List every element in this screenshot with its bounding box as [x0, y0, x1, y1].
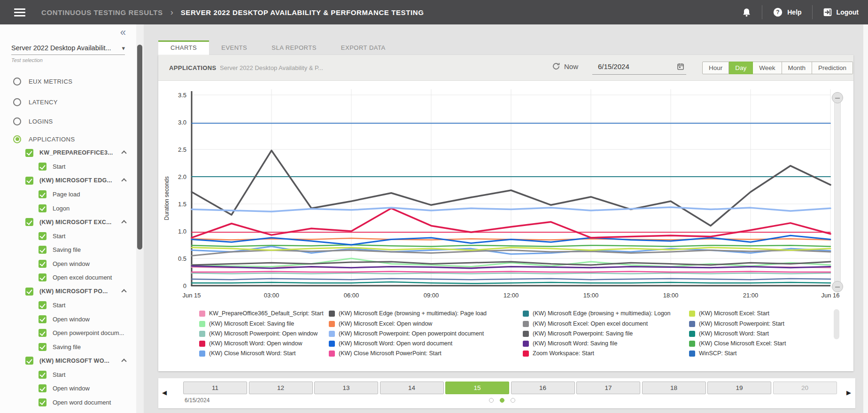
- legend-item-zoom-workspace-start[interactable]: Zoom Workspace: Start: [523, 350, 594, 357]
- pagination-next-icon[interactable]: ▶: [846, 389, 851, 396]
- tree-item-page-load[interactable]: Page load: [0, 189, 136, 200]
- content-scrollbar-track[interactable]: [136, 24, 144, 413]
- tree-item-logon[interactable]: Logon: [0, 203, 136, 213]
- chevron-up-icon[interactable]: [121, 220, 126, 225]
- checkbox-checked-icon[interactable]: [39, 246, 46, 254]
- page-button-12[interactable]: 12: [249, 382, 313, 394]
- chart-zoom-slider-handle-bottom[interactable]: [832, 281, 843, 292]
- tree-item-open-window[interactable]: Open window: [0, 258, 136, 269]
- tree-item-kw-microsoft-wo[interactable]: (KW) MICROSOFT WO...: [0, 356, 136, 366]
- range-button-day[interactable]: Day: [729, 62, 753, 74]
- legend-item-kw-microsoft-word-saving-file[interactable]: (KW) Microsoft Word: Saving file: [523, 340, 617, 347]
- legend-scrollbar-thumb[interactable]: [834, 309, 839, 339]
- tree-item-kw-microsoft-exc[interactable]: (KW) MICROSOFT EXC...: [0, 217, 136, 227]
- sidebar-radio-applications[interactable]: APPLICATIONS: [13, 133, 75, 145]
- refresh-now-button[interactable]: Now: [552, 62, 578, 70]
- checkbox-checked-icon[interactable]: [39, 398, 46, 406]
- legend-item-kw-close-microsoft-excel-start[interactable]: (KW) Close Microsoft Excel: Start: [689, 340, 786, 347]
- legend-item-kw-prepareoffice365-default-script-start[interactable]: KW_PrepareOffice365_Default_Script: Star…: [199, 310, 324, 317]
- tab-events[interactable]: EVENTS: [209, 40, 259, 55]
- checkbox-checked-icon[interactable]: [39, 329, 46, 337]
- tree-item-start[interactable]: Start: [0, 300, 136, 311]
- checkbox-checked-icon[interactable]: [39, 163, 46, 171]
- page-button-19[interactable]: 19: [707, 382, 771, 394]
- sidebar-radio-latency[interactable]: LATENCY: [13, 96, 58, 108]
- legend-item-kw-microsoft-word-open-window[interactable]: (KW) Microsoft Word: Open window: [199, 340, 302, 347]
- legend-item-kw-microsoft-powerpoint-open-powerpoint-document[interactable]: (KW) Microsoft Powerpoint: Open powerpoi…: [329, 330, 484, 337]
- tree-item-saving-file[interactable]: Saving file: [0, 245, 136, 255]
- page-button-11[interactable]: 11: [183, 382, 247, 394]
- checkbox-checked-icon[interactable]: [39, 343, 46, 351]
- checkbox-checked-icon[interactable]: [39, 204, 46, 212]
- date-picker-field[interactable]: 6/15/2024: [592, 59, 686, 75]
- test-selection-dropdown[interactable]: Server 2022 Desktop Availabilit... ▾: [11, 44, 125, 52]
- range-button-week[interactable]: Week: [753, 62, 782, 74]
- checkbox-checked-icon[interactable]: [25, 357, 33, 365]
- sidebar-radio-logins[interactable]: LOGINS: [13, 116, 53, 127]
- checkbox-checked-icon[interactable]: [39, 301, 46, 309]
- legend-item-kw-microsoft-excel-open-window[interactable]: (KW) Microsoft Excel: Open window: [329, 320, 432, 327]
- legend-item-kw-microsoft-word-start[interactable]: (KW) Microsoft Word: Start: [689, 330, 769, 337]
- checkbox-checked-icon[interactable]: [39, 371, 46, 379]
- tab-charts[interactable]: CHARTS: [158, 40, 209, 55]
- tree-item-open-window[interactable]: Open window: [0, 383, 136, 394]
- tree-item-open-window[interactable]: Open window: [0, 314, 136, 324]
- tab-sla-reports[interactable]: SLA REPORTS: [259, 40, 329, 55]
- tree-item-kw-microsoft-po[interactable]: (KW) MICROSOFT PO...: [0, 286, 136, 296]
- legend-item-kw-microsoft-edge-browsing-multimedia-logon[interactable]: (KW) Microsoft Edge (browsing + multimed…: [523, 310, 671, 317]
- checkbox-checked-icon[interactable]: [39, 315, 46, 323]
- page-button-13[interactable]: 13: [314, 382, 378, 394]
- tree-item-start[interactable]: Start: [0, 162, 136, 172]
- range-button-hour[interactable]: Hour: [702, 62, 729, 74]
- legend-item-kw-microsoft-powerpoint-open-window[interactable]: (KW) Microsoft Powerpoint: Open window: [199, 330, 318, 337]
- checkbox-checked-icon[interactable]: [39, 384, 46, 392]
- chevron-up-icon[interactable]: [121, 150, 126, 156]
- radio-circle-icon[interactable]: [13, 78, 21, 86]
- page-button-16[interactable]: 16: [511, 382, 575, 394]
- range-button-month[interactable]: Month: [782, 62, 813, 74]
- sidebar-collapse-icon[interactable]: «: [120, 26, 126, 39]
- page-button-18[interactable]: 18: [642, 382, 706, 394]
- notification-bell-icon[interactable]: [742, 7, 752, 18]
- chevron-up-icon[interactable]: [121, 289, 126, 294]
- legend-item-kw-microsoft-excel-start[interactable]: (KW) Microsoft Excel: Start: [689, 310, 769, 317]
- checkbox-checked-icon[interactable]: [39, 190, 46, 198]
- tab-export-data[interactable]: EXPORT DATA: [329, 40, 398, 55]
- legend-item-kw-microsoft-excel-open-excel-document[interactable]: (KW) Microsoft Excel: Open excel documen…: [523, 320, 648, 327]
- radio-circle-icon[interactable]: [13, 135, 21, 143]
- legend-item-kw-microsoft-powerpoint-saving-file[interactable]: (KW) Microsoft Powerpoint: Saving file: [523, 330, 633, 337]
- legend-item-kw-microsoft-powerpoint-start[interactable]: (KW) Microsoft Powerpoint: Start: [689, 320, 784, 327]
- checkbox-checked-icon[interactable]: [25, 177, 33, 185]
- content-scrollbar-thumb[interactable]: [137, 45, 142, 249]
- hamburger-menu-icon[interactable]: [14, 7, 25, 18]
- chevron-up-icon[interactable]: [121, 358, 126, 364]
- checkbox-checked-icon[interactable]: [39, 273, 46, 281]
- checkbox-checked-icon[interactable]: [39, 260, 46, 268]
- tree-item-kw-microsoft-edg[interactable]: (KW) MICROSOFT EDG...: [0, 175, 136, 186]
- logout-button[interactable]: Logout: [823, 8, 859, 17]
- sidebar-radio-eux-metrics[interactable]: EUX METRICS: [13, 76, 72, 87]
- tree-item-start[interactable]: Start: [0, 369, 136, 380]
- legend-item-winscp-start[interactable]: WinSCP: Start: [689, 350, 737, 357]
- legend-item-kw-microsoft-edge-browsing-multimedia-page-load[interactable]: (KW) Microsoft Edge (browsing + multimed…: [329, 310, 487, 317]
- pagination-dot-3[interactable]: [511, 398, 515, 403]
- tree-item-kw-prepareoffice3[interactable]: KW_PREPAREOFFICE3...: [0, 148, 136, 158]
- tree-item-open-word-document[interactable]: Open word document: [0, 397, 136, 407]
- calendar-icon[interactable]: [677, 62, 684, 70]
- tree-item-start[interactable]: Start: [0, 231, 136, 241]
- radio-circle-icon[interactable]: [13, 98, 21, 106]
- page-button-17[interactable]: 17: [576, 382, 640, 394]
- page-button-20[interactable]: 20: [773, 382, 837, 394]
- checkbox-checked-icon[interactable]: [25, 149, 33, 157]
- pagination-dot-2[interactable]: [500, 398, 504, 403]
- legend-item-kw-close-microsoft-word-start[interactable]: (KW) Close Microsoft Word: Start: [199, 350, 296, 357]
- help-button[interactable]: ? Help: [773, 7, 801, 17]
- breadcrumb-root[interactable]: CONTINUOUS TESTING RESULTS: [41, 8, 163, 16]
- pagination-prev-icon[interactable]: ◀: [162, 389, 167, 396]
- page-button-15[interactable]: 15: [445, 382, 509, 394]
- range-button-prediction[interactable]: Prediction: [812, 62, 853, 74]
- checkbox-checked-icon[interactable]: [25, 288, 33, 296]
- legend-item-kw-close-microsoft-powerpoint-start[interactable]: (KW) Close Microsoft PowerPoint: Start: [329, 350, 442, 357]
- checkbox-checked-icon[interactable]: [25, 218, 33, 226]
- radio-circle-icon[interactable]: [13, 117, 21, 125]
